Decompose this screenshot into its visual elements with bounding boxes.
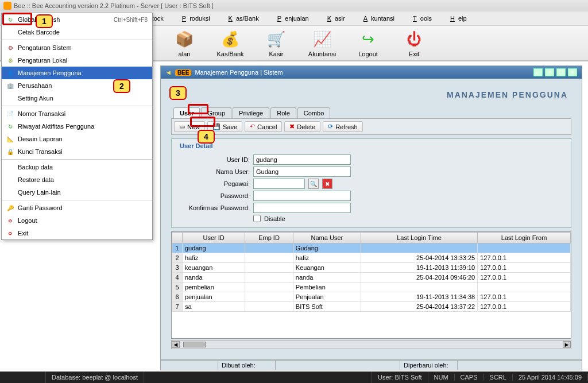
menu-item-pengaturan-lokal[interactable]: ⚙Pengaturan Lokal [2, 54, 152, 67]
tool-kas/bank[interactable]: 💰Kas/Bank [210, 29, 250, 57]
menu-item-ganti-password[interactable]: 🔑Ganti Password [2, 202, 152, 214]
cancel-icon: ↶ [250, 123, 255, 130]
nama-label: Nama User: [175, 168, 250, 175]
tab-user[interactable]: User [173, 107, 200, 118]
max-icon[interactable]: ↗ [545, 68, 554, 76]
konfirm-input[interactable] [253, 203, 351, 213]
callout-3: 3 [169, 86, 187, 100]
menu-item-desain-laporan[interactable]: 📐Desain Laporan [2, 133, 152, 145]
lookup-icon[interactable]: 🔍 [308, 179, 319, 189]
tool-logout[interactable]: ↪Logout [348, 29, 388, 57]
scroll-right-icon[interactable]: ► [563, 341, 571, 348]
disable-checkbox[interactable] [253, 215, 261, 222]
col-header[interactable]: Nama User [293, 233, 361, 243]
new-icon: ▭ [179, 123, 185, 130]
datetime: 25 April 2014 14:45:09 [513, 374, 588, 381]
menu-item-cetak-barcode[interactable]: Cetak Barcode [2, 26, 152, 38]
nama-input[interactable] [253, 167, 351, 177]
menu-penjualan[interactable]: Penjualan [270, 13, 312, 24]
tab-bar: UserGroupPrivilegeRoleCombo [169, 107, 574, 118]
menu-item-manajemen-pengguna[interactable]: 👤Manajemen Pengguna [2, 67, 152, 79]
col-header[interactable]: Last Login From [478, 233, 571, 243]
panel-status-strip: Dibuat oleh: Diperbarui oleh: [160, 360, 582, 370]
refresh-button[interactable]: ⟳Refresh [323, 121, 363, 132]
action-bar: ▭New 💾Save ↶Cancel ✖Delete ⟳Refresh [171, 118, 571, 135]
diperbarui-label: Diperbarui oleh: [400, 361, 458, 370]
table-row[interactable]: 5pembelianPembelian [172, 283, 571, 292]
menu-help[interactable]: Help [443, 13, 470, 24]
menu-item-exit[interactable]: ⭘Exit [2, 227, 152, 239]
panel-window: ◄ BEE Manajemen Pengguna | Sistem ↙ ↗ ❐ … [160, 65, 582, 360]
dibuat-label: Dibuat oleh: [218, 361, 276, 370]
kas/bank-icon: 💰 [220, 29, 241, 49]
menu-item-nomor-transaksi[interactable]: 📄Nomor Transaksi [2, 107, 152, 120]
user-status: User: BITS Soft [372, 372, 428, 383]
password-input[interactable] [253, 191, 351, 201]
scroll-left-icon[interactable]: ◄ [172, 341, 180, 348]
menu-tools[interactable]: Tools [406, 13, 435, 24]
scroll-thumb[interactable] [183, 342, 206, 347]
callout-4: 4 [198, 130, 215, 144]
table-row[interactable]: 1gudangGudang [172, 243, 571, 253]
col-header[interactable]: Emp ID [245, 233, 293, 243]
tab-role[interactable]: Role [270, 107, 296, 118]
tool-kasir[interactable]: 🛒Kasir [256, 29, 296, 57]
menu-item-pengaturan-sistem[interactable]: ⚙Pengaturan Sistem [2, 41, 152, 54]
bee-badge: BEE [175, 69, 192, 76]
akuntansi-icon: 📈 [312, 29, 332, 49]
col-header[interactable]: Last Login Time [361, 233, 477, 243]
panel-heading: MANAJEMEN PENGGUNA [169, 87, 574, 103]
restore-icon[interactable]: ❐ [556, 68, 566, 76]
password-label: Password: [175, 192, 250, 199]
caps-indicator: CAPS [455, 374, 484, 381]
panel-titlebar[interactable]: ◄ BEE Manajemen Pengguna | Sistem ↙ ↗ ❐ … [161, 66, 582, 79]
h-scrollbar[interactable]: ◄ ► [171, 340, 571, 349]
menu-item-logout[interactable]: ⭘Logout [2, 214, 152, 227]
pegawai-input[interactable] [253, 179, 305, 189]
menu-item-setting-akun[interactable]: Setting Akun [2, 92, 152, 105]
panel-title-text: Manajemen Pengguna | Sistem [195, 69, 283, 76]
clear-icon[interactable]: ✖ [322, 179, 332, 189]
menu-item-global-refresh[interactable]: ↻Global RefreshCtrl+Shift+F8 [2, 13, 152, 26]
menu-item-restore-data[interactable]: Restore data [2, 173, 152, 186]
col-header[interactable]: User ID [183, 233, 245, 243]
num-indicator: NUM [428, 374, 455, 381]
col-header[interactable] [172, 233, 183, 243]
menu-akuntansi[interactable]: Akuntansi [357, 13, 398, 24]
tool-akuntansi[interactable]: 📈Akuntansi [302, 29, 342, 57]
menu-produksi[interactable]: Produksi [175, 13, 214, 24]
cancel-button[interactable]: ↶Cancel [245, 121, 282, 132]
close-icon[interactable]: ✕ [568, 68, 577, 76]
window-title: Bee :: Bee Accounting version 2.2 Platin… [14, 2, 214, 9]
tab-group[interactable]: Group [201, 107, 231, 118]
menu-item-backup-data[interactable]: Backup data [2, 161, 152, 173]
table-row[interactable]: 7saBITS Soft25-04-2014 13:37:22127.0.0.1 [172, 302, 571, 312]
kasir-icon: 🛒 [266, 29, 287, 49]
menu-item-query-lain-lain[interactable]: Query Lain-lain [2, 186, 152, 199]
tab-combo[interactable]: Combo [297, 107, 330, 118]
app-status-bar: Database: beeplat @ localhost User: BITS… [0, 372, 588, 383]
userid-input[interactable] [253, 154, 351, 165]
tool-alan[interactable]: 📦alan [164, 29, 204, 57]
refresh-icon: ⟳ [328, 123, 333, 130]
menu-item-riwayat-aktifitas-pengguna[interactable]: ↻Riwayat Aktifitas Pengguna [2, 120, 152, 133]
tab-privilege[interactable]: Privilege [233, 107, 269, 118]
db-status: Database: beeplat @ localhost [46, 372, 144, 383]
table-row[interactable]: 4nandananda25-04-2014 09:46:20127.0.0.1 [172, 273, 571, 283]
table-row[interactable]: 2hafizhafiz25-04-2014 13:33:25127.0.0.1 [172, 253, 571, 263]
save-icon: 💾 [212, 123, 220, 130]
menu-item-kunci-transaksi[interactable]: 🔒Kunci Transaksi [2, 145, 152, 158]
exit-icon: ⏻ [404, 29, 424, 49]
table-row[interactable]: 6penjualanPenjualan19-11-2013 11:34:3812… [172, 292, 571, 302]
menu-kasir[interactable]: Kasir [320, 13, 349, 24]
back-icon[interactable]: ◄ [165, 69, 172, 76]
sistem-dropdown: ↻Global RefreshCtrl+Shift+F8Cetak Barcod… [1, 13, 153, 240]
menu-kas/bank[interactable]: Kas/Bank [222, 13, 262, 24]
min-icon[interactable]: ↙ [533, 68, 543, 76]
delete-button[interactable]: ✖Delete [284, 121, 320, 132]
callout-1: 1 [36, 14, 53, 28]
tool-exit[interactable]: ⏻Exit [394, 29, 434, 57]
table-row[interactable]: 3keuanganKeuangan19-11-2013 11:39:10127.… [172, 263, 571, 273]
user-table[interactable]: User IDEmp IDNama UserLast Login TimeLas… [171, 231, 571, 339]
alan-icon: 📦 [174, 29, 195, 49]
